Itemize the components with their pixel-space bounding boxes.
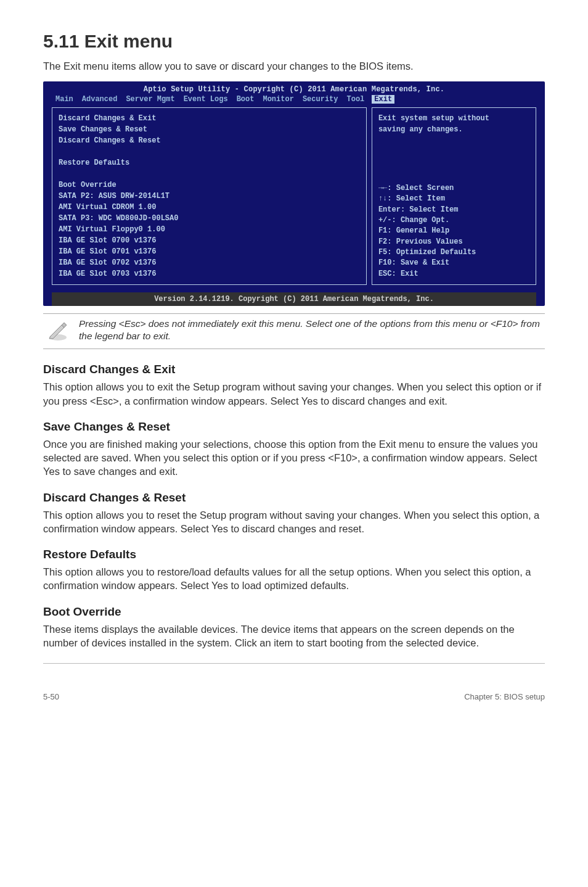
bios-tab-boot: Boot [235, 95, 256, 104]
bios-tabs: Main Advanced Server Mgmt Event Logs Boo… [43, 94, 545, 107]
chapter-label: Chapter 5: BIOS setup [464, 692, 545, 701]
bios-tab-tool: Tool [346, 95, 366, 104]
bios-item: Discard Changes & Exit [59, 113, 360, 124]
bios-item: IBA GE Slot 0700 v1376 [59, 235, 360, 246]
bios-item: IBA GE Slot 0701 v1376 [59, 246, 360, 257]
bios-legend: ↑↓: Select Item [378, 194, 529, 204]
bios-legend: F5: Optimized Defaults [378, 247, 529, 258]
section-heading: Restore Defaults [43, 548, 545, 561]
note-block: Pressing <Esc> does not immediately exit… [43, 313, 545, 349]
page-footer: 5-50 Chapter 5: BIOS setup [0, 682, 588, 706]
page-number: 5-50 [43, 692, 59, 701]
bios-tab-monitor: Monitor [261, 95, 295, 104]
section-heading: Save Changes & Reset [43, 420, 545, 434]
bios-item: AMI Virtual CDROM 1.00 [59, 202, 360, 213]
bios-legend: ESC: Exit [378, 269, 529, 279]
bios-item: Restore Defaults [59, 157, 360, 168]
section-heading: Discard Changes & Reset [43, 491, 545, 505]
bios-item: Save Changes & Reset [59, 124, 360, 135]
bios-item: AMI Virtual Floppy0 1.00 [59, 224, 360, 235]
bios-tab-event-logs: Event Logs [182, 95, 229, 104]
section-body: This option allows you to exit the Setup… [43, 380, 545, 408]
bios-tab-exit: Exit [372, 95, 394, 104]
bios-legend: F1: General Help [378, 226, 529, 236]
bios-legend: F2: Previous Values [378, 237, 529, 247]
section-body: This option allows you to reset the Setu… [43, 508, 545, 536]
bios-tab-security: Security [301, 95, 340, 104]
bios-spacer [59, 168, 360, 179]
bios-item: SATA P3: WDC WD800JD-00LSA0 [59, 213, 360, 224]
note-text: Pressing <Esc> does not immediately exit… [79, 318, 542, 342]
bios-legend: F10: Save & Exit [378, 258, 529, 268]
bios-legend: Enter: Select Item [378, 205, 529, 215]
bios-help-text: Exit system setup without [378, 113, 529, 124]
section-body: These items displays the available devic… [43, 622, 545, 650]
bios-right-panel: Exit system setup without saving any cha… [372, 107, 536, 285]
bios-tab-main: Main [54, 95, 75, 104]
bios-item: IBA GE Slot 0703 v1376 [59, 268, 360, 279]
bios-tab-server-mgmt: Server Mgmt [125, 95, 176, 104]
bios-item: Boot Override [59, 179, 360, 191]
section-body: This option allows you to restore/load d… [43, 565, 545, 593]
bios-tab-advanced: Advanced [81, 95, 119, 104]
bios-item: Discard Changes & Reset [59, 135, 360, 146]
bios-header: Aptio Setup Utility - Copyright (C) 2011… [43, 81, 545, 94]
bios-legend: +/-: Change Opt. [378, 215, 529, 226]
bios-left-panel: Discard Changes & Exit Save Changes & Re… [52, 107, 367, 285]
bios-help-text: saving any changes. [378, 124, 529, 135]
section-heading: Discard Changes & Exit [43, 363, 545, 376]
section-body: Once you are finished making your select… [43, 437, 545, 479]
intro-text: The Exit menu items allow you to save or… [43, 59, 545, 73]
section-heading: Boot Override [43, 605, 545, 619]
page-title: 5.11 Exit menu [43, 31, 545, 52]
bios-item: SATA P2: ASUS DRW-2014L1T [59, 191, 360, 202]
bios-screenshot: Aptio Setup Utility - Copyright (C) 2011… [43, 81, 545, 306]
bios-footer: Version 2.14.1219. Copyright (C) 2011 Am… [52, 292, 536, 306]
bios-item: IBA GE Slot 0702 v1376 [59, 257, 360, 268]
bios-legend: →←: Select Screen [378, 183, 529, 194]
footer-divider [43, 663, 545, 664]
pencil-icon [46, 318, 70, 345]
bios-spacer [59, 146, 360, 157]
